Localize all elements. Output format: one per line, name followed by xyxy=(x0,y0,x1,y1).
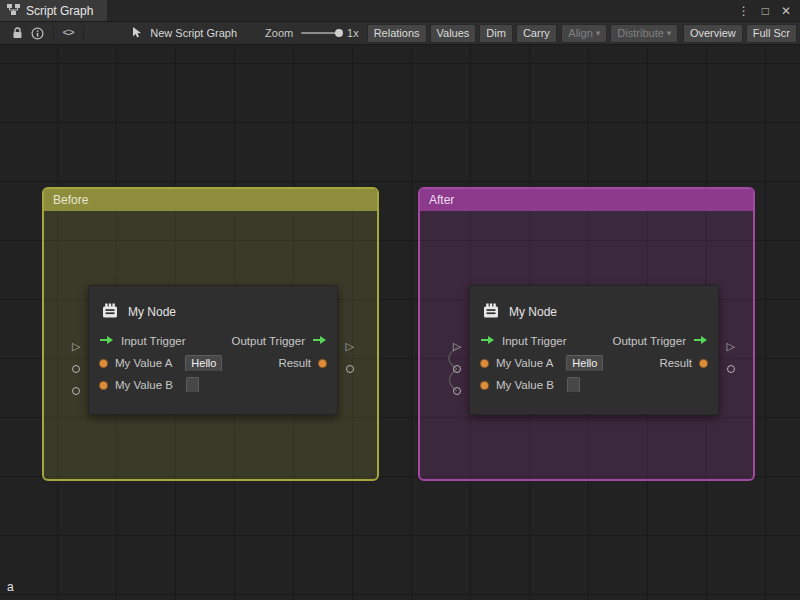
chevron-down-icon: ▾ xyxy=(596,27,601,40)
node-header[interactable]: My Node xyxy=(89,286,337,322)
tab-bar: Script Graph ⋮ □ ✕ xyxy=(0,0,800,22)
chevron-down-icon: ▾ xyxy=(667,27,672,40)
graph-canvas[interactable]: Before ▷ ▷ My Node xyxy=(0,46,800,600)
value-b-label: My Value B xyxy=(115,379,173,391)
value-a-input[interactable]: Hello xyxy=(185,355,222,372)
toolbar-separator xyxy=(53,26,54,40)
group-title: Before xyxy=(53,193,88,207)
flow-arrow-icon[interactable] xyxy=(693,335,708,347)
maximize-icon[interactable]: □ xyxy=(762,5,769,17)
zoom-slider[interactable] xyxy=(301,32,341,34)
node-unit-icon xyxy=(482,302,500,323)
values-button[interactable]: Values xyxy=(430,24,477,43)
graph-asset-name[interactable]: New Script Graph xyxy=(132,26,237,40)
window-menu-icon[interactable]: ⋮ xyxy=(738,5,750,17)
flow-output-port-outer[interactable]: ▷ xyxy=(727,341,735,352)
output-trigger-label: Output Trigger xyxy=(231,335,305,347)
value-a-row: My Value A Hello Result xyxy=(89,352,337,374)
value-port-icon[interactable] xyxy=(318,359,327,368)
output-trigger-label: Output Trigger xyxy=(612,335,686,347)
flow-arrow-icon[interactable] xyxy=(312,335,327,347)
input-trigger-label: Input Trigger xyxy=(502,335,567,347)
value-output-port-outer[interactable] xyxy=(727,365,735,373)
window-controls: ⋮ □ ✕ xyxy=(738,0,800,21)
zoom-value: 1x xyxy=(347,27,359,39)
tab-script-graph[interactable]: Script Graph xyxy=(0,0,107,21)
tabbar-spacer xyxy=(107,0,737,21)
toolbar-separator xyxy=(83,26,84,40)
value-output-port-outer[interactable] xyxy=(346,365,354,373)
value-port-icon[interactable] xyxy=(99,359,108,368)
trigger-row: Input Trigger Output Trigger xyxy=(470,330,718,352)
code-icon[interactable]: <> xyxy=(63,27,74,39)
node-my-node[interactable]: ▷ ▷ My Node Input Trigger xyxy=(88,285,338,415)
flow-arrow-icon[interactable] xyxy=(99,335,114,347)
flow-input-port-outer[interactable]: ▷ xyxy=(453,341,461,352)
zoom-label: Zoom xyxy=(265,27,293,39)
close-icon[interactable]: ✕ xyxy=(781,5,791,17)
value-b-row: My Value B xyxy=(470,374,718,396)
value-port-icon[interactable] xyxy=(480,359,489,368)
value-b-label: My Value B xyxy=(496,379,554,391)
value-b-input[interactable] xyxy=(186,377,199,393)
value-input-port-outer[interactable] xyxy=(453,387,461,395)
graph-toolbar: <> New Script Graph Zoom 1x Relations Va… xyxy=(0,22,800,45)
align-dropdown: Align▾ xyxy=(561,24,607,43)
value-port-icon[interactable] xyxy=(99,381,108,390)
lock-icon[interactable] xyxy=(12,27,23,39)
value-input-port-outer[interactable] xyxy=(72,387,80,395)
zoom-slider-handle[interactable] xyxy=(335,29,343,37)
node-title: My Node xyxy=(128,305,176,319)
align-label: Align xyxy=(568,27,592,40)
distribute-label: Distribute xyxy=(617,27,663,40)
carry-button[interactable]: Carry xyxy=(516,24,557,43)
node-title: My Node xyxy=(509,305,557,319)
node-port-rows: Input Trigger Output Trigger My Value A … xyxy=(470,330,718,396)
group-title: After xyxy=(429,193,454,207)
value-b-row: My Value B xyxy=(89,374,337,396)
distribute-dropdown: Distribute▾ xyxy=(610,24,678,43)
result-label: Result xyxy=(278,357,311,369)
value-a-label: My Value A xyxy=(115,357,172,369)
canvas-stray-text: a xyxy=(7,580,14,594)
script-graph-window: Script Graph ⋮ □ ✕ <> New Script Graph Z… xyxy=(0,0,800,600)
value-a-label: My Value A xyxy=(496,357,553,369)
graph-asset-label: New Script Graph xyxy=(150,27,237,39)
value-input-port-outer[interactable] xyxy=(72,365,80,373)
overview-button[interactable]: Overview xyxy=(683,24,743,43)
flow-output-port-outer[interactable]: ▷ xyxy=(346,341,354,352)
input-trigger-label: Input Trigger xyxy=(121,335,186,347)
flow-arrow-icon[interactable] xyxy=(480,335,495,347)
graph-asset-icon xyxy=(132,26,144,40)
node-header[interactable]: My Node xyxy=(470,286,718,322)
group-after-header[interactable]: After xyxy=(420,189,753,211)
result-label: Result xyxy=(659,357,692,369)
value-input-port-outer[interactable] xyxy=(453,365,461,373)
group-before[interactable]: Before ▷ ▷ My Node xyxy=(42,187,379,481)
node-my-node[interactable]: ▷ ▷ My Node Input Trigger xyxy=(469,285,719,415)
info-icon[interactable] xyxy=(31,27,44,40)
relations-button[interactable]: Relations xyxy=(367,24,427,43)
group-before-header[interactable]: Before xyxy=(44,189,377,211)
value-a-row: My Value A Hello Result xyxy=(470,352,718,374)
fullscreen-button[interactable]: Full Scr xyxy=(746,24,797,43)
value-port-icon[interactable] xyxy=(480,381,489,390)
node-port-rows: Input Trigger Output Trigger My Value A … xyxy=(89,330,337,396)
dim-button[interactable]: Dim xyxy=(479,24,513,43)
tab-label: Script Graph xyxy=(26,4,93,18)
value-b-input[interactable] xyxy=(567,377,580,393)
value-a-input[interactable]: Hello xyxy=(566,355,603,372)
graph-tab-icon xyxy=(7,4,20,18)
trigger-row: Input Trigger Output Trigger xyxy=(89,330,337,352)
group-after[interactable]: After ▷ ▷ My Node xyxy=(418,187,755,481)
value-port-icon[interactable] xyxy=(699,359,708,368)
flow-input-port-outer[interactable]: ▷ xyxy=(72,341,80,352)
node-unit-icon xyxy=(101,302,119,323)
